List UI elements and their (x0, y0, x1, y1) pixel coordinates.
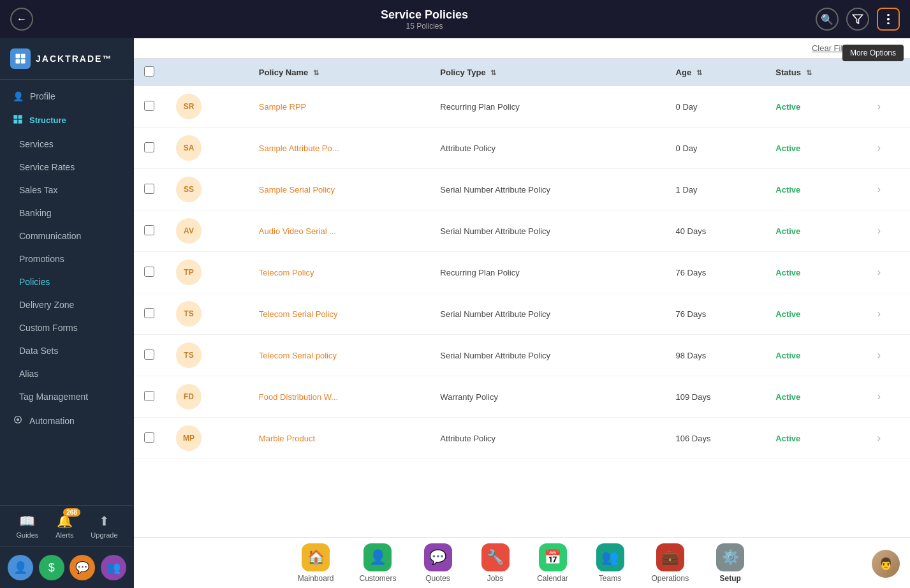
row-checkbox-cell (134, 128, 166, 169)
sidebar-item-sales-tax[interactable]: Sales Tax (0, 179, 134, 202)
nav-item-operations[interactable]: 💼 Operations (639, 538, 702, 588)
sidebar-item-custom-forms[interactable]: Custom Forms (0, 316, 134, 339)
row-chevron-icon[interactable]: › (877, 349, 881, 360)
nav-label-teams: Teams (599, 574, 621, 583)
sidebar-item-automation[interactable]: Automation (0, 408, 134, 433)
row-policy-name[interactable]: Sample Attribute Po... (259, 143, 339, 153)
nav-icon-quotes: 💬 (424, 543, 452, 571)
sidebar-item-communication[interactable]: Communication (0, 224, 134, 247)
row-chevron-icon[interactable]: › (877, 391, 881, 402)
row-chevron-icon[interactable]: › (877, 184, 881, 195)
back-button[interactable]: ← (10, 8, 33, 31)
upgrade-button[interactable]: ⬆ Upgrade (91, 513, 117, 539)
table-row[interactable]: FD Food Distribution W... Warranty Polic… (134, 376, 910, 418)
row-action-cell: › (867, 376, 910, 418)
person-icon-button[interactable]: 👤 (8, 555, 33, 580)
row-checkbox[interactable] (144, 308, 154, 318)
row-chevron-icon[interactable]: › (877, 432, 881, 443)
table-row[interactable]: SR Sample RPP Recurring Plan Policy 0 Da… (134, 86, 910, 128)
row-checkbox[interactable] (144, 225, 154, 235)
table-row[interactable]: SS Sample Serial Policy Serial Number At… (134, 169, 910, 210)
row-checkbox[interactable] (144, 391, 154, 401)
header-status[interactable]: Status ⇅ (765, 59, 867, 86)
nav-item-teams[interactable]: 👥 Teams (582, 538, 639, 588)
sidebar-item-alias[interactable]: Alias (0, 362, 134, 385)
alerts-label: Alerts (55, 531, 73, 539)
row-policy-name[interactable]: Sample Serial Policy (259, 185, 335, 195)
row-status: Active (775, 185, 800, 195)
row-policy-name[interactable]: Telecom Serial Policy (259, 309, 338, 319)
sidebar-item-banking[interactable]: Banking (0, 202, 134, 224)
nav-item-calendar[interactable]: 📅 Calendar (524, 538, 582, 588)
row-policy-type: Serial Number Attribute Policy (440, 309, 550, 319)
row-policy-type: Serial Number Attribute Policy (440, 351, 550, 360)
row-chevron-icon[interactable]: › (877, 101, 881, 112)
row-policy-name[interactable]: Audio Video Serial ... (259, 226, 336, 236)
people-icon-button[interactable]: 👥 (101, 555, 126, 580)
row-checkbox[interactable] (144, 432, 154, 443)
table-row[interactable]: AV Audio Video Serial ... Serial Number … (134, 210, 910, 252)
row-chevron-icon[interactable]: › (877, 308, 881, 319)
table-row[interactable]: MP Marble Product Attribute Policy 106 D… (134, 418, 910, 459)
row-policy-name[interactable]: Food Distribution W... (259, 392, 338, 402)
nav-item-quotes[interactable]: 💬 Quotes (409, 538, 467, 588)
filter-button[interactable] (846, 8, 869, 31)
header-policy-type[interactable]: Policy Type ⇅ (430, 59, 665, 86)
data-sets-label: Data Sets (19, 346, 58, 356)
nav-item-mainboard[interactable]: 🏠 Mainboard (285, 538, 347, 588)
table-row[interactable]: TP Telecom Policy Recurring Plan Policy … (134, 252, 910, 293)
sidebar-item-policies[interactable]: Policies (0, 270, 134, 293)
user-avatar[interactable]: 👨 (872, 550, 900, 578)
row-checkbox[interactable] (144, 349, 154, 360)
guides-button[interactable]: 📖 Guides (16, 513, 38, 539)
row-checkbox[interactable] (144, 101, 154, 111)
svg-rect-4 (21, 59, 26, 64)
row-avatar: TP (176, 260, 202, 285)
dollar-icon-button[interactable]: $ (39, 555, 64, 580)
sidebar-item-structure[interactable]: Structure (0, 108, 134, 133)
row-action-cell: › (867, 210, 910, 252)
row-age: 76 Days (676, 309, 707, 319)
row-avatar: TS (176, 301, 202, 327)
header-age[interactable]: Age ⇅ (666, 59, 766, 86)
row-checkbox[interactable] (144, 267, 154, 277)
header-checkbox (134, 59, 166, 86)
row-chevron-icon[interactable]: › (877, 142, 881, 153)
sidebar-item-profile[interactable]: 👤 Profile (0, 85, 134, 108)
row-checkbox-cell (134, 293, 166, 335)
search-button[interactable]: 🔍 (816, 8, 839, 31)
sort-policy-type-icon: ⇅ (490, 69, 496, 77)
sidebar-item-delivery-zone[interactable]: Delivery Zone (0, 293, 134, 316)
nav-item-setup[interactable]: ⚙️ Setup (701, 538, 759, 588)
row-status: Active (775, 309, 800, 319)
sidebar-item-service-rates[interactable]: Service Rates (0, 156, 134, 179)
main-layout: JACKTRADE™ 👤 Profile Structure Services (0, 38, 910, 588)
chat-icon-button[interactable]: 💬 (70, 555, 95, 580)
row-checkbox[interactable] (144, 184, 154, 194)
nav-item-customers[interactable]: 👤 Customers (346, 538, 409, 588)
sidebar-item-data-sets[interactable]: Data Sets (0, 339, 134, 362)
row-policy-type: Attribute Policy (440, 143, 495, 153)
row-policy-name[interactable]: Telecom Policy (259, 268, 314, 277)
sidebar-item-promotions[interactable]: Promotions (0, 247, 134, 270)
row-avatar-cell: SA (166, 128, 249, 169)
table-row[interactable]: TS Telecom Serial policy Serial Number A… (134, 335, 910, 376)
row-policy-name[interactable]: Marble Product (259, 434, 315, 443)
row-checkbox[interactable] (144, 142, 154, 152)
row-policy-name[interactable]: Telecom Serial policy (259, 351, 337, 360)
nav-item-jobs[interactable]: 🔧 Jobs (467, 538, 524, 588)
row-chevron-icon[interactable]: › (877, 225, 881, 236)
table-row[interactable]: TS Telecom Serial Policy Serial Number A… (134, 293, 910, 335)
row-age-cell: 98 Days (666, 335, 766, 376)
select-all-checkbox[interactable] (144, 66, 154, 77)
sidebar-item-services[interactable]: Services (0, 133, 134, 156)
row-policy-name[interactable]: Sample RPP (259, 102, 306, 112)
row-age-cell: 76 Days (666, 252, 766, 293)
row-chevron-icon[interactable]: › (877, 267, 881, 277)
row-action-cell: › (867, 293, 910, 335)
sidebar-item-tag-management[interactable]: Tag Management (0, 385, 134, 408)
more-options-button[interactable] (877, 8, 900, 31)
header-policy-name[interactable]: Policy Name ⇅ (249, 59, 430, 86)
alerts-button[interactable]: 🔔 268 Alerts (55, 513, 73, 539)
table-row[interactable]: SA Sample Attribute Po... Attribute Poli… (134, 128, 910, 169)
